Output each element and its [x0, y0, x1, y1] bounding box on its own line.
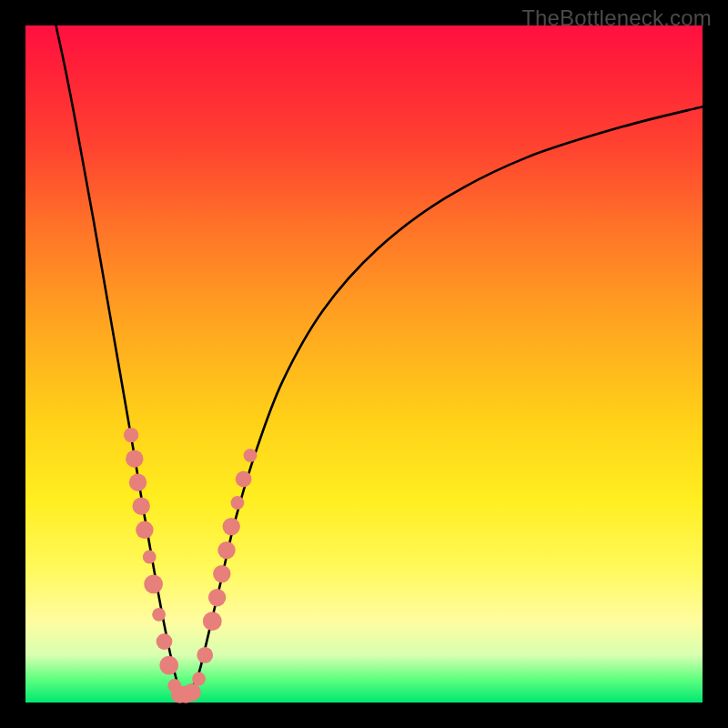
bead-marker [244, 449, 258, 462]
bead-marker [236, 471, 252, 488]
watermark-text: TheBottleneck.com [521, 5, 712, 31]
bead-marker [144, 574, 163, 593]
bead-marker [213, 565, 230, 582]
bead-marker [124, 428, 138, 442]
chart-frame: TheBottleneck.com [0, 0, 728, 728]
bottleneck-svg [25, 25, 703, 703]
bead-marker [217, 541, 235, 559]
bead-marker [231, 496, 245, 510]
bead-marker [126, 450, 143, 468]
plot-area [25, 25, 703, 703]
bead-marker [159, 656, 178, 675]
bead-marker [203, 612, 222, 631]
bead-group [124, 428, 258, 703]
bead-marker [133, 498, 150, 515]
bead-marker [208, 589, 226, 606]
bead-marker [157, 633, 173, 650]
bead-marker [143, 551, 157, 564]
bead-marker [152, 608, 166, 622]
bead-marker [223, 518, 240, 535]
bottleneck-curve [56, 25, 703, 694]
bead-marker [129, 474, 147, 491]
bead-marker [192, 672, 206, 686]
bead-marker [136, 521, 153, 539]
bead-marker [183, 683, 200, 701]
bead-marker [197, 647, 213, 663]
